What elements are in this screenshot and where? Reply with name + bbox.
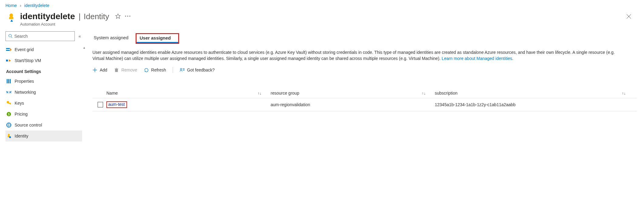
svg-point-24 (9, 136, 11, 138)
favorite-icon[interactable] (115, 13, 121, 19)
toolbar-divider (173, 67, 173, 73)
svg-marker-1 (116, 14, 120, 19)
svg-rect-18 (10, 104, 11, 105)
page-title: identitydelete (20, 12, 75, 21)
tab-system-assigned[interactable]: System assigned (92, 33, 130, 44)
svg-point-2 (125, 16, 126, 16)
search-icon (8, 34, 12, 39)
sidebar-item-source-control[interactable]: Source control (5, 120, 82, 131)
add-button[interactable]: Add (92, 68, 107, 72)
source-control-icon (6, 122, 12, 128)
page-title-block: identitydelete | Identity Automation Acc… (20, 12, 109, 26)
col-header-name[interactable]: Name (106, 91, 118, 96)
sidebar-item-label: Keys (15, 101, 81, 106)
refresh-button[interactable]: Refresh (144, 68, 166, 72)
chevron-right-icon: › (20, 3, 21, 8)
period: . (512, 56, 514, 61)
svg-point-3 (127, 16, 128, 16)
sidebar: « ▲ Event grid Start/Stop VM Account Set… (0, 31, 85, 141)
svg-rect-9 (6, 48, 10, 49)
sidebar-item-label: Identity (15, 134, 81, 138)
identity-icon (6, 133, 12, 139)
svg-rect-17 (9, 103, 11, 104)
cell-subscription: 12345a1b-1234-1a1b-1z2y-c1ab11a2aabb (435, 102, 515, 107)
svg-rect-10 (6, 50, 10, 51)
sidebar-item-label: Event grid (15, 47, 81, 52)
pricing-icon: $ (6, 111, 12, 117)
sidebar-item-properties[interactable]: Properties (5, 76, 82, 87)
identity-name-link[interactable]: aum-test (106, 101, 127, 108)
sidebar-item-label: Pricing (15, 112, 81, 117)
svg-rect-15 (10, 79, 11, 83)
col-header-sub[interactable]: subscription (435, 91, 458, 96)
add-label: Add (100, 68, 107, 72)
sidebar-item-identity[interactable]: Identity (5, 131, 82, 141)
sidebar-item-pricing[interactable]: $ Pricing (5, 109, 82, 120)
feedback-button[interactable]: Got feedback? (180, 68, 215, 72)
refresh-icon (144, 68, 149, 72)
remove-label: Remove (121, 68, 137, 72)
toolbar: Add Remove Refresh (92, 67, 637, 76)
breadcrumb: Home › identitydelete (0, 0, 644, 10)
sidebar-search[interactable] (5, 31, 75, 41)
table-row[interactable]: aum-test aum-regionvalidation 12345a1b-1… (92, 98, 637, 111)
identity-table: Name ↑↓ resource group ↑↓ subscription ↑… (92, 88, 637, 111)
sidebar-section-account-settings: Account Settings (5, 66, 82, 76)
sidebar-item-keys[interactable]: Keys (5, 98, 82, 109)
remove-button[interactable]: Remove (114, 68, 137, 72)
svg-line-8 (11, 37, 12, 38)
collapse-sidebar-icon[interactable]: « (77, 33, 82, 40)
sort-icon[interactable]: ↑↓ (422, 91, 426, 96)
sidebar-item-start-stop-vm[interactable]: Start/Stop VM (5, 55, 82, 66)
feedback-icon (180, 68, 185, 72)
svg-point-22 (8, 124, 9, 126)
breadcrumb-home[interactable]: Home (5, 3, 17, 8)
title-separator: | (78, 12, 81, 21)
sidebar-item-label: Start/Stop VM (15, 58, 81, 63)
svg-point-4 (129, 16, 130, 16)
table-header: Name ↑↓ resource group ↑↓ subscription ↑… (92, 88, 637, 98)
svg-rect-14 (8, 79, 9, 83)
page-title-section: Identity (84, 12, 109, 21)
scroll-up-icon[interactable]: ▲ (83, 46, 86, 49)
search-input[interactable] (14, 34, 72, 39)
sidebar-item-networking[interactable]: Networking (5, 87, 82, 98)
automation-account-icon (5, 12, 17, 23)
properties-icon (6, 78, 12, 84)
svg-rect-11 (6, 60, 8, 61)
more-icon[interactable] (125, 15, 130, 17)
svg-point-7 (9, 34, 12, 37)
row-checkbox[interactable] (98, 102, 103, 107)
sort-icon[interactable]: ↑↓ (258, 91, 261, 96)
sidebar-item-event-grid[interactable]: Event grid (5, 44, 82, 55)
resource-type-label: Automation Account (20, 22, 109, 26)
learn-more-link[interactable]: Learn more about Managed identities (442, 56, 512, 61)
svg-rect-13 (7, 79, 8, 83)
svg-point-0 (9, 13, 13, 17)
keys-icon (6, 100, 12, 106)
close-icon[interactable] (626, 14, 631, 19)
svg-point-23 (8, 134, 10, 136)
start-stop-vm-icon (6, 58, 12, 63)
svg-text:$: $ (8, 113, 10, 116)
svg-rect-27 (115, 69, 118, 72)
networking-icon (6, 89, 12, 95)
sidebar-item-label: Source control (15, 123, 81, 127)
event-grid-icon (6, 47, 12, 52)
col-header-rg[interactable]: resource group (271, 91, 299, 96)
sidebar-item-label: Networking (15, 90, 81, 95)
svg-marker-12 (9, 59, 11, 62)
sort-icon[interactable]: ↑↓ (622, 91, 626, 96)
description-text: User assigned managed identities enable … (92, 49, 628, 61)
sidebar-item-label: Properties (15, 79, 81, 84)
main-content: System assigned User assigned User assig… (85, 31, 644, 111)
tabs: System assigned User assigned (92, 33, 637, 44)
plus-icon (92, 68, 97, 72)
tab-user-assigned[interactable]: User assigned (136, 33, 179, 44)
trash-icon (114, 68, 119, 72)
breadcrumb-current[interactable]: identitydelete (24, 3, 50, 8)
cell-resource-group: aum-regionvalidation (271, 102, 310, 107)
svg-point-30 (180, 68, 182, 70)
refresh-label: Refresh (151, 68, 166, 72)
description-body: User assigned managed identities enable … (92, 50, 615, 61)
